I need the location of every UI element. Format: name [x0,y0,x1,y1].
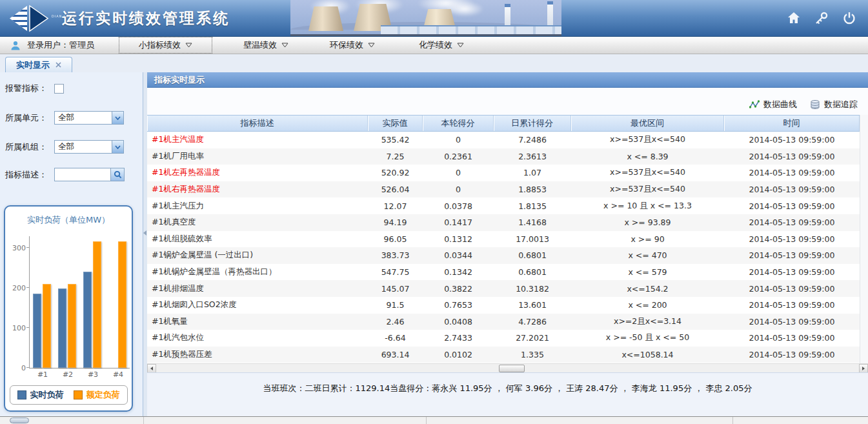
alarm-indicator-label: 报警指标： [5,83,54,94]
cell-range: x <= 8.39 [571,152,724,161]
legend-label: 额定负荷 [86,389,120,401]
legend-swatch [74,390,83,399]
table-vertical-scrollbar[interactable] [860,115,868,363]
tab-strip: 实时显示 [0,54,868,72]
page-title: 运行实时绩效管理系统 [62,8,230,28]
cell-value: 2.46 [368,317,423,327]
home-icon[interactable] [787,11,801,25]
table-row[interactable]: #1机左再热器温度520.9201.07x>=537且x<=5402014-05… [147,165,860,181]
cell-time: 2014-05-13 09:59:00 [724,135,860,145]
page-horizontal-scrollbar[interactable] [0,416,868,424]
tab-realtime-display[interactable]: 实时显示 [5,57,72,72]
menu-item-environmental-performance[interactable]: 环保绩效 [321,37,384,53]
cell-range: x<=154.2 [571,284,724,294]
indicator-desc-label: 指标描述： [5,169,54,181]
chart-legend: 实时负荷额定负荷 [10,385,128,405]
bar-chart: 0100200300#1#2#3#4 [29,236,130,368]
legend-item: 额定负荷 [74,389,120,401]
menu-item-small-indicator-performance[interactable]: 小指标绩效 [119,37,212,54]
table-row[interactable]: #1机排烟温度145.070.382210.3182x<=154.22014-0… [147,280,860,297]
collapse-arrow-icon[interactable] [143,230,146,236]
power-icon[interactable] [842,11,856,25]
table-row[interactable]: #1机真空度94.190.14171.4168x >= 93.892014-05… [147,214,860,231]
database-icon [810,99,820,110]
user-icon [10,41,21,50]
search-icon[interactable] [111,168,125,181]
indicator-desc-field: 指标描述： [5,168,143,181]
cell-time: 2014-05-13 09:59:00 [724,152,860,161]
cell-daily: 2.3613 [494,152,571,161]
chevron-down-icon[interactable] [112,141,123,153]
cell-time: 2014-05-13 09:59:00 [724,185,860,194]
cell-time: 2014-05-13 09:59:00 [724,201,860,211]
curve-icon [749,99,760,110]
table-row[interactable]: #1机锅炉金属壁温（再热器出口）547.750.13420.6801x <= 5… [147,264,860,281]
cell-round: 0.0378 [423,201,494,211]
cell-daily: 10.3182 [494,284,571,294]
cell-range: x <= 470 [571,250,724,260]
unit-group-select[interactable]: 全部 [54,140,124,154]
unit-select[interactable]: 全部 [54,111,124,125]
cell-time: 2014-05-13 09:59:00 [724,217,860,227]
cell-round: 0.0408 [423,317,494,327]
cell-round: 0.2361 [423,152,494,161]
cell-daily: 1.335 [494,350,571,359]
unit-field: 所属单元： 全部 [5,111,143,125]
cell-daily: 1.8135 [494,201,571,211]
scroll-right-icon[interactable] [859,364,868,373]
cell-daily: 1.07 [494,168,571,177]
cell-round: 0 [423,135,494,145]
cell-round: 0.3822 [423,284,494,294]
data-curve-label: 数据曲线 [763,99,797,110]
cell-value: 91.5 [368,300,423,310]
table-row[interactable]: #1机厂用电率7.250.23612.3613x <= 8.392014-05-… [147,148,860,165]
menu-item-label: 化学绩效 [419,39,452,51]
main-panel: 指标实时显示 数据曲线 数据追踪 指标描述 实际值 [147,72,868,416]
indicator-desc-input[interactable] [54,168,111,181]
close-icon[interactable] [56,62,61,68]
table-row[interactable]: #1机组脱硫效率96.050.131217.0013x >= 902014-05… [147,231,860,248]
scrollbar-thumb[interactable] [499,365,525,372]
bar-额定负荷-#1 [43,284,51,368]
unit-select-value: 全部 [58,112,74,123]
cell-range: x <= 579 [571,267,724,277]
y-axis-tick: 100 [8,324,26,332]
cell-value: 7.25 [368,152,423,161]
menu-bar: 登录用户：管理员 小指标绩效 壁温绩效 环保绩效 化学绩效 [0,37,868,54]
legend-swatch [17,390,26,399]
chevron-down-icon[interactable] [112,112,123,124]
bar-额定负荷-#3 [93,241,101,368]
shift-status-text: 当班班次：二班日累计：1129.14当盘得分：蒋永兴 11.95分 ， 何军 3… [263,383,752,416]
chart-title: 实时负荷（单位MW） [5,214,132,226]
table-row[interactable]: #1机汽包水位-6.642.743327.2021x >= -50 且 x <=… [147,330,860,347]
column-header-value: 实际值 [368,116,423,131]
table-row[interactable]: #1机预热器压差693.140.01021.335x<=1058.142014-… [147,347,860,363]
bar-额定负荷-#4 [118,241,126,368]
data-trace-label: 数据追踪 [824,99,858,110]
dropdown-arrow-icon [368,43,375,48]
menu-item-wall-temp-performance[interactable]: 壁温绩效 [234,37,298,53]
cell-daily: 17.0013 [494,234,571,244]
table-row[interactable]: #1机烟囱入口SO2浓度91.50.765313.601x <= 2002014… [147,297,860,314]
cell-time: 2014-05-13 09:59:00 [724,234,860,244]
cell-desc: #1机汽包水位 [147,332,368,343]
key-icon[interactable] [814,11,829,25]
table-row[interactable]: #1锅炉金属壁温 (一过出口)383.730.03440.6801x <= 47… [147,247,860,264]
shift-status-bar: 当班班次：二班日累计：1129.14当盘得分：蒋永兴 11.95分 ， 何军 3… [147,372,868,416]
column-header-round: 本轮得分 [423,116,494,131]
page-scrollbar-thumb[interactable] [10,418,29,423]
cell-desc: #1机左再热器温度 [147,167,368,178]
table-horizontal-scrollbar[interactable] [147,363,868,372]
table-row[interactable]: #1机氧量2.460.04084.7286x>=2且x<=3.142014-05… [147,314,860,330]
data-trace-button[interactable]: 数据追踪 [810,99,858,110]
cell-desc: #1锅炉金属壁温 (一过出口) [147,250,368,261]
alarm-indicator-checkbox[interactable] [54,84,64,94]
table-row[interactable]: #1机右再热器温度526.0401.8853x>=537且x<=5402014-… [147,181,860,198]
table-row[interactable]: #1机主汽压力12.070.03781.8135x >= 10 且 x <= 1… [147,197,860,214]
cell-round: 0.0102 [423,350,494,359]
table-row[interactable]: #1机主汽温度535.4207.2486x>=537且x<=5402014-05… [147,132,860,148]
menu-item-chemical-performance[interactable]: 化学绩效 [410,37,473,53]
x-axis-tick: #3 [83,370,103,379]
scroll-left-icon[interactable] [147,364,156,373]
data-curve-button[interactable]: 数据曲线 [749,99,797,110]
